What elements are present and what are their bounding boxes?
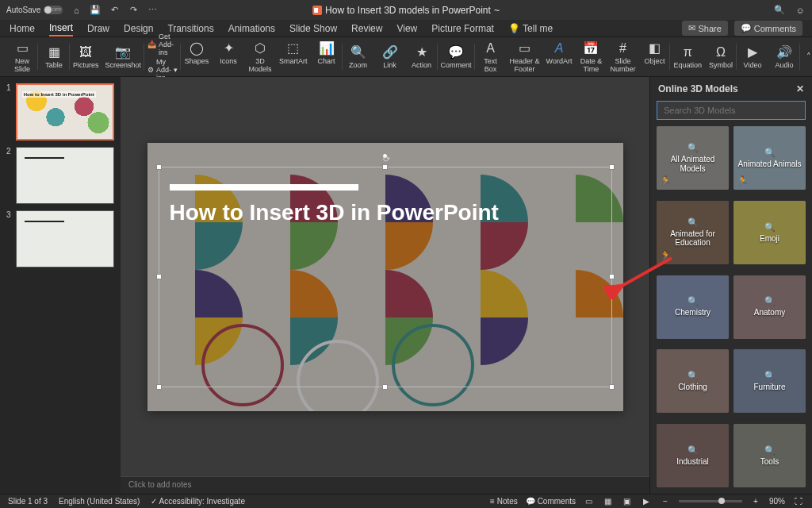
zoom-out-icon[interactable]: − (660, 496, 671, 507)
thumbnail-1[interactable]: How to Insert 3D in PowerPoint (16, 83, 114, 140)
category-tile-clothing[interactable]: 🔍Clothing (657, 349, 729, 413)
reading-view-icon[interactable]: ▣ (622, 496, 633, 507)
magnify-icon: 🔍 (764, 371, 776, 381)
thumb-number: 1 (6, 83, 13, 140)
slide-number-button[interactable]: #Slide Number (610, 40, 635, 74)
icons-button[interactable]: ✦Icons (216, 40, 241, 74)
comments-toggle[interactable]: 💬 Comments (526, 497, 576, 506)
thumbnail-3[interactable] (16, 210, 114, 267)
category-tile-tools[interactable]: 🔍Tools (733, 424, 806, 487)
category-tile-animated-for-education[interactable]: 🔍Animated for Education🏃 (657, 201, 729, 264)
zoom-slider[interactable] (679, 500, 742, 502)
notes-toggle[interactable]: ≡ Notes (490, 497, 518, 506)
magnify-icon: 🔍 (688, 371, 699, 381)
category-tile-all-animated-models[interactable]: 🔍All Animated Models🏃 (657, 126, 729, 190)
resize-handle[interactable] (156, 384, 162, 390)
tile-label: Industrial (673, 457, 712, 467)
pictures-button[interactable]: 🖼Pictures (73, 44, 99, 70)
ribbon: ▭New Slide ▦Table 🖼Pictures 📷Screenshot … (0, 37, 812, 77)
table-button[interactable]: ▦Table (41, 44, 67, 70)
new-slide-button[interactable]: ▭New Slide (10, 40, 35, 74)
save-icon[interactable]: 💾 (90, 5, 101, 16)
audio-button[interactable]: 🔊Audio (772, 44, 797, 70)
category-tile-chemistry[interactable]: 🔍Chemistry (657, 275, 729, 339)
tab-picture-format[interactable]: Picture Format (431, 21, 494, 36)
tab-insert[interactable]: Insert (49, 21, 73, 37)
category-tile-emoji[interactable]: 🔍Emoji (733, 201, 806, 264)
comment-button[interactable]: 💬Comment (441, 44, 472, 70)
resize-handle[interactable] (156, 274, 162, 279)
object-button[interactable]: ◧Object (642, 40, 667, 74)
resize-handle[interactable] (382, 164, 388, 170)
header-footer-button[interactable]: ▭Header & Footer (510, 40, 540, 74)
tab-home[interactable]: Home (10, 21, 35, 36)
tell-me[interactable]: 💡 Tell me (508, 21, 553, 36)
search-icon[interactable]: 🔍 (774, 5, 785, 16)
comments-button[interactable]: 💬 Comments (734, 21, 802, 36)
equation-button[interactable]: πEquation (673, 44, 702, 70)
chart-button[interactable]: 📊Chart (314, 40, 339, 74)
zoom-level[interactable]: 90% (769, 497, 785, 506)
tab-review[interactable]: Review (351, 21, 382, 36)
resize-handle[interactable] (609, 384, 615, 390)
rotate-handle[interactable]: ⟳ (382, 153, 388, 159)
autosave-toggle[interactable]: AutoSave OFF (6, 6, 63, 14)
resize-handle[interactable] (156, 164, 162, 170)
category-tile-industrial[interactable]: 🔍Industrial (657, 424, 729, 487)
resize-handle[interactable] (382, 384, 388, 390)
resize-handle[interactable] (609, 274, 615, 279)
main-area: 1 How to Insert 3D in PowerPoint 2 3 (0, 77, 812, 494)
smartart-button[interactable]: ⬚SmartArt (279, 40, 308, 74)
resize-handle[interactable] (609, 164, 615, 170)
magnify-icon: 🔍 (764, 296, 776, 306)
category-tile-anatomy[interactable]: 🔍Anatomy (733, 275, 806, 339)
date-time-button[interactable]: 📅Date & Time (578, 40, 603, 74)
language-status[interactable]: English (United States) (59, 497, 140, 506)
tab-slide-show[interactable]: Slide Show (289, 21, 337, 36)
home-icon[interactable]: ⌂ (71, 5, 82, 16)
fit-icon[interactable]: ⛶ (793, 496, 804, 507)
magnify-icon: 🔍 (688, 445, 699, 456)
zoom-button[interactable]: 🔍Zoom (346, 44, 371, 70)
slide-canvas[interactable]: ⟳ How to Insert 3D in PowerPoint (147, 143, 623, 411)
ribbon-collapse-icon[interactable]: ˄ (803, 52, 812, 63)
toggle-switch[interactable]: OFF (44, 6, 63, 14)
get-addins-button[interactable]: 📥 Get Add-ins (147, 33, 178, 56)
tile-label: Tools (757, 457, 782, 467)
sorter-view-icon[interactable]: ▦ (603, 496, 614, 507)
tile-label: Emoji (756, 234, 783, 244)
link-button[interactable]: 🔗Link (377, 44, 403, 70)
notes-pane[interactable]: Click to add notes (121, 476, 649, 494)
text-box-button[interactable]: AText Box (478, 40, 504, 74)
tab-view[interactable]: View (396, 21, 417, 36)
undo-icon[interactable]: ↶ (109, 5, 120, 16)
title-bar: AutoSave OFF ⌂ 💾 ↶ ↷ ⋯ How to Insert 3D … (0, 0, 812, 20)
thumb-number: 3 (6, 210, 13, 267)
ribbon-tabs: Home Insert Draw Design Transitions Anim… (0, 20, 812, 37)
tab-animations[interactable]: Animations (228, 21, 275, 36)
account-icon[interactable]: ☺ (795, 5, 806, 16)
more-icon[interactable]: ⋯ (147, 5, 158, 16)
video-button[interactable]: ▶Video (740, 44, 765, 70)
tab-draw[interactable]: Draw (87, 21, 109, 36)
slideshow-view-icon[interactable]: ▶ (641, 496, 652, 507)
category-tile-animated-animals[interactable]: 🔍Animated Animals🏃 (733, 126, 806, 190)
tile-label: Furniture (750, 383, 788, 392)
3d-models-button[interactable]: ⬡3D Models (247, 40, 273, 74)
search-input[interactable] (657, 101, 806, 120)
thumbnail-2[interactable] (16, 147, 114, 204)
action-button[interactable]: ★Action (409, 44, 435, 70)
symbol-button[interactable]: ΩSymbol (708, 44, 733, 70)
status-bar: Slide 1 of 3 English (United States) ✓ A… (0, 494, 812, 508)
animated-icon: 🏃 (660, 250, 672, 261)
normal-view-icon[interactable]: ▭ (584, 496, 595, 507)
zoom-in-icon[interactable]: + (750, 496, 761, 507)
category-tile-furniture[interactable]: 🔍Furniture (733, 349, 806, 413)
share-button[interactable]: ✉ Share (682, 21, 727, 36)
shapes-button[interactable]: ◯Shapes (184, 40, 209, 74)
screenshot-button[interactable]: 📷Screenshot (105, 44, 142, 70)
wordart-button[interactable]: AWordArt (546, 40, 573, 74)
accessibility-status[interactable]: ✓ Accessibility: Investigate (151, 497, 245, 506)
close-icon[interactable]: ✕ (796, 83, 804, 94)
redo-icon[interactable]: ↷ (128, 5, 139, 16)
